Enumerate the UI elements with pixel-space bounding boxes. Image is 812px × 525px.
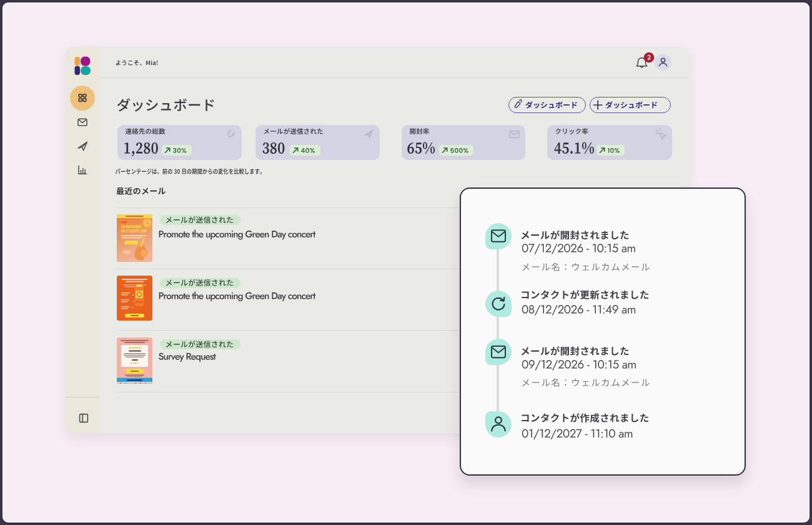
svg-text:SUNSHINE: SUNSHINE — [121, 224, 142, 229]
svg-text:IN EVERY SIP: IN EVERY SIP — [121, 229, 147, 233]
